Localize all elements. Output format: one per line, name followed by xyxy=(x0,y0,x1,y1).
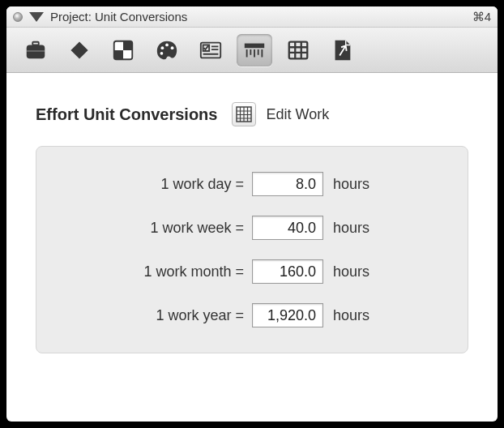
svg-rect-0 xyxy=(32,41,39,45)
tab-dates-button[interactable] xyxy=(280,34,316,66)
tab-attachments-button[interactable] xyxy=(324,34,360,66)
ruler-icon xyxy=(242,38,267,62)
svg-rect-5 xyxy=(114,41,123,49)
tab-units-button[interactable] xyxy=(237,34,272,66)
svg-rect-6 xyxy=(123,50,132,59)
tab-colors-button[interactable] xyxy=(149,34,185,66)
tab-tasks-button[interactable] xyxy=(193,34,229,66)
row-unit: hours xyxy=(323,176,369,193)
tab-project-button[interactable] xyxy=(18,34,53,66)
section-title: Effort Unit Conversions xyxy=(36,105,217,124)
checkbox-form-icon xyxy=(199,38,223,62)
svg-rect-17 xyxy=(245,43,264,48)
svg-point-10 xyxy=(171,46,174,49)
conversion-row: 1 work day = hours xyxy=(66,171,438,197)
inspector-window: Project: Unit Conversions ⌘4 xyxy=(6,6,498,422)
close-window-button[interactable] xyxy=(13,12,23,22)
titlebar: Project: Unit Conversions ⌘4 xyxy=(6,6,498,28)
row-unit: hours xyxy=(323,220,369,237)
work-day-input[interactable] xyxy=(252,172,323,196)
svg-rect-3 xyxy=(70,41,88,58)
checker-icon xyxy=(111,38,135,62)
conversion-row: 1 work year = hours xyxy=(66,302,438,328)
edit-work-button[interactable] xyxy=(232,102,256,126)
inspector-toolbar xyxy=(6,28,498,73)
row-label: 1 work year = xyxy=(66,307,252,324)
row-label: 1 work week = xyxy=(66,220,252,237)
row-unit: hours xyxy=(323,263,369,280)
grid-icon xyxy=(286,38,310,62)
work-year-input[interactable] xyxy=(252,303,323,327)
svg-point-11 xyxy=(160,51,164,54)
briefcase-icon xyxy=(23,38,48,62)
svg-point-9 xyxy=(165,43,169,46)
tab-milestones-button[interactable] xyxy=(62,34,97,66)
tab-styles-button[interactable] xyxy=(105,34,141,66)
calendar-grid-icon xyxy=(236,106,252,122)
svg-rect-23 xyxy=(289,41,308,58)
page-arrow-icon xyxy=(330,38,354,62)
conversion-row: 1 work month = hours xyxy=(66,259,438,285)
palette-icon xyxy=(155,38,179,62)
content-area: Effort Unit Conversions Edit Work xyxy=(6,73,498,353)
row-label: 1 work month = xyxy=(66,263,252,280)
edit-work-label: Edit Work xyxy=(266,106,329,123)
row-unit: hours xyxy=(323,307,369,324)
conversion-row: 1 work week = hours xyxy=(66,215,438,241)
svg-point-8 xyxy=(161,46,164,49)
edit-work-group: Edit Work xyxy=(232,102,329,126)
disclosure-triangle[interactable] xyxy=(29,12,44,22)
work-week-input[interactable] xyxy=(252,216,323,240)
row-label: 1 work day = xyxy=(66,176,252,193)
keyboard-shortcut: ⌘4 xyxy=(472,10,491,24)
window-title: Project: Unit Conversions xyxy=(50,10,466,24)
section-header: Effort Unit Conversions Edit Work xyxy=(36,102,468,126)
diamond-icon xyxy=(67,38,92,62)
svg-rect-2 xyxy=(27,50,45,52)
conversions-panel: 1 work day = hours 1 work week = hours 1… xyxy=(36,146,468,353)
work-month-input[interactable] xyxy=(252,259,323,284)
